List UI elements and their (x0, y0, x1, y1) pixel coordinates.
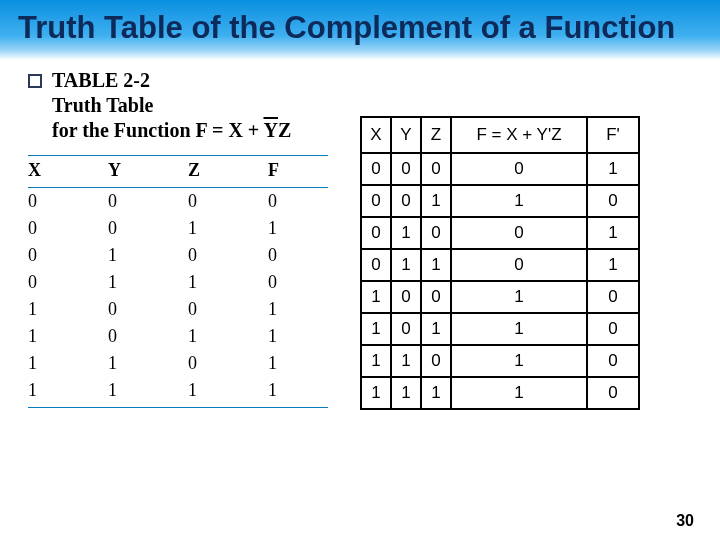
table-cell: 0 (421, 217, 451, 249)
table-cell: 1 (421, 377, 451, 409)
table-cell: 0 (587, 185, 639, 217)
table-cell: 1 (28, 323, 108, 350)
table-cell: 1 (28, 377, 108, 408)
table-cell: 0 (108, 187, 188, 215)
table-cell: 0 (451, 153, 587, 185)
table-cell: 0 (421, 281, 451, 313)
table-cell: 0 (108, 215, 188, 242)
table-cell: 0 (451, 249, 587, 281)
table-row: 0000 (28, 187, 328, 215)
left-header-y: Y (108, 155, 188, 187)
table-cell: 1 (108, 242, 188, 269)
table-cell: 1 (391, 345, 421, 377)
page-number: 30 (676, 512, 694, 530)
table-cell: 0 (108, 323, 188, 350)
table-row: 0110 (28, 269, 328, 296)
caption-ybar: Y (263, 119, 277, 141)
table-row: 10110 (361, 313, 639, 345)
table-cell: 1 (587, 249, 639, 281)
table-cell: 0 (421, 345, 451, 377)
caption-row: TABLE 2-2 Truth Table for the Function F… (28, 68, 350, 143)
table-cell: 0 (28, 269, 108, 296)
table-row: 11110 (361, 377, 639, 409)
table-cell: 1 (451, 281, 587, 313)
table-row: 01101 (361, 249, 639, 281)
caption-line3-suffix: Z (278, 119, 291, 141)
left-column: TABLE 2-2 Truth Table for the Function F… (10, 68, 350, 410)
table-row: 00110 (361, 185, 639, 217)
table-row: 01001 (361, 217, 639, 249)
table-cell: 0 (587, 313, 639, 345)
right-truth-table: X Y Z F = X + Y'Z F' 0000100110010010110… (360, 116, 640, 410)
square-bullet-icon (28, 74, 42, 88)
table-cell: 1 (268, 215, 328, 242)
table-cell: 0 (361, 217, 391, 249)
table-row: 0100 (28, 242, 328, 269)
table-cell: 1 (587, 217, 639, 249)
table-row: 0011 (28, 215, 328, 242)
table-cell: 0 (391, 185, 421, 217)
right-header-fp: F' (587, 117, 639, 153)
table-cell: 0 (361, 153, 391, 185)
caption-line1: TABLE 2-2 (52, 69, 150, 91)
table-cell: 1 (188, 377, 268, 408)
table-cell: 0 (28, 242, 108, 269)
table-cell: 1 (391, 249, 421, 281)
table-cell: 0 (361, 185, 391, 217)
right-table-body: 0000100110010010110110010101101101011110 (361, 153, 639, 409)
table-cell: 0 (268, 187, 328, 215)
table-cell: 0 (421, 153, 451, 185)
content-area: TABLE 2-2 Truth Table for the Function F… (0, 60, 720, 410)
table-cell: 0 (391, 313, 421, 345)
table-cell: 1 (188, 215, 268, 242)
caption-line2: Truth Table (52, 94, 153, 116)
table-cell: 0 (188, 187, 268, 215)
table-cell: 1 (28, 350, 108, 377)
caption-line3-prefix: for the Function F = X + (52, 119, 263, 141)
table-cell: 1 (108, 269, 188, 296)
table-cell: 1 (391, 377, 421, 409)
table-cell: 1 (108, 377, 188, 408)
table-cell: 1 (361, 377, 391, 409)
table-row: 00001 (361, 153, 639, 185)
table-cell: 1 (451, 345, 587, 377)
table-cell: 0 (28, 215, 108, 242)
table-cell: 0 (391, 281, 421, 313)
left-header-x: X (28, 155, 108, 187)
table-cell: 1 (108, 350, 188, 377)
left-table-header-row: X Y Z F (28, 155, 328, 187)
table-cell: 1 (188, 323, 268, 350)
table-cell: 1 (451, 377, 587, 409)
left-header-f: F (268, 155, 328, 187)
table-cell: 1 (361, 313, 391, 345)
table-cell: 1 (268, 377, 328, 408)
table-row: 10010 (361, 281, 639, 313)
left-header-z: Z (188, 155, 268, 187)
table-cell: 0 (188, 350, 268, 377)
table-cell: 1 (451, 313, 587, 345)
table-cell: 0 (268, 269, 328, 296)
table-cell: 0 (391, 153, 421, 185)
table-cell: 1 (451, 185, 587, 217)
left-table-body: 00000011010001101001101111011111 (28, 187, 328, 407)
table-cell: 1 (587, 153, 639, 185)
slide-title: Truth Table of the Complement of a Funct… (18, 10, 702, 46)
table-cell: 0 (188, 296, 268, 323)
table-cell: 0 (28, 187, 108, 215)
title-band: Truth Table of the Complement of a Funct… (0, 0, 720, 60)
table-cell: 1 (421, 249, 451, 281)
right-header-z: Z (421, 117, 451, 153)
table-cell: 0 (587, 377, 639, 409)
table-cell: 0 (451, 217, 587, 249)
right-header-y: Y (391, 117, 421, 153)
table-cell: 0 (188, 242, 268, 269)
table-cell: 0 (587, 345, 639, 377)
left-truth-table: X Y Z F 00000011010001101001101111011111 (28, 155, 328, 408)
table-cell: 1 (361, 345, 391, 377)
table-row: 1101 (28, 350, 328, 377)
table-cell: 1 (28, 296, 108, 323)
table-row: 11010 (361, 345, 639, 377)
right-column: X Y Z F = X + Y'Z F' 0000100110010010110… (360, 68, 710, 410)
table-cell: 0 (587, 281, 639, 313)
table-row: 1011 (28, 323, 328, 350)
